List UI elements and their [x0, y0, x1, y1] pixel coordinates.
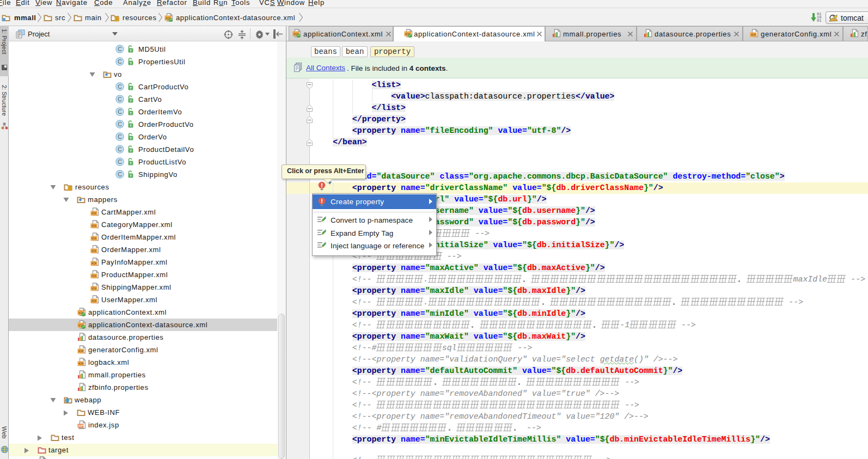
- svg-text:<>: <>: [91, 273, 96, 278]
- svg-text:T: T: [130, 137, 132, 140]
- svg-text:T: T: [130, 174, 132, 178]
- svg-text:C: C: [118, 58, 122, 65]
- svg-text:C: C: [118, 96, 122, 102]
- svg-text:C: C: [118, 133, 122, 140]
- svg-text:C: C: [118, 121, 122, 127]
- svg-text:C: C: [118, 108, 122, 115]
- svg-text:<>: <>: [91, 298, 96, 303]
- svg-text:C: C: [118, 83, 122, 90]
- svg-text:T: T: [130, 149, 132, 152]
- svg-text:T: T: [130, 62, 132, 65]
- svg-text:T: T: [130, 112, 132, 115]
- svg-text:<>: <>: [78, 361, 83, 366]
- svg-text:C: C: [118, 146, 122, 152]
- svg-text:T: T: [130, 124, 132, 127]
- svg-text:T: T: [130, 99, 132, 102]
- svg-text:T: T: [130, 87, 132, 90]
- svg-text:<>: <>: [91, 223, 96, 228]
- svg-text:T: T: [130, 162, 132, 165]
- svg-text:<>: <>: [78, 348, 83, 353]
- svg-text:C: C: [118, 46, 122, 52]
- svg-text:<>: <>: [91, 286, 96, 291]
- svg-text:<>: <>: [91, 261, 96, 266]
- svg-text:<>: <>: [751, 32, 756, 37]
- svg-text:C: C: [118, 158, 122, 165]
- svg-text:<>: <>: [91, 236, 96, 241]
- svg-text:C: C: [118, 171, 122, 178]
- svg-text:JSP: JSP: [78, 424, 84, 427]
- svg-text:T: T: [130, 49, 132, 52]
- svg-text:<>: <>: [91, 211, 96, 216]
- svg-text:<>: <>: [91, 248, 96, 253]
